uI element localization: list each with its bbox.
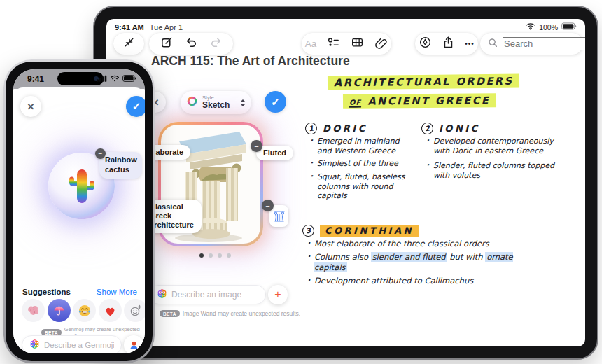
show-more-link[interactable]: Show More: [97, 288, 137, 296]
notes-heading-line2: OFANCIENT GREECE: [343, 94, 496, 107]
ipad-date: Tue Apr 1: [150, 23, 183, 31]
redo-icon[interactable]: [209, 36, 223, 52]
remove-sketch-reference-button[interactable]: −: [262, 200, 274, 211]
genmoji-sheet: ✕ ✓: [13, 88, 145, 354]
laughing-emoji[interactable]: [73, 299, 96, 322]
apple-intelligence-marketing-scene: 9:41 AM Tue Apr 1 100%: [0, 0, 602, 364]
collapse-arrows-icon: [122, 36, 136, 52]
image-wand-beta-disclaimer: BETA Image Wand may create unexpected re…: [160, 310, 300, 317]
corinthian-bullet: Development attributed to Callimachus: [307, 276, 546, 286]
iphone-status-icons: [97, 75, 136, 82]
doric-bullet: Squat, fluted, baseless columns with rou…: [310, 172, 413, 201]
iphone-genmoji-app: 9:41 ✕ ✓: [13, 69, 145, 354]
describe-genmoji-field[interactable]: [22, 335, 122, 354]
add-image-prompt-button[interactable]: +: [268, 285, 288, 304]
result-page-dots[interactable]: [189, 253, 241, 258]
checklist-icon[interactable]: [327, 36, 340, 52]
format-toolbar-group: Aa: [302, 33, 391, 55]
genmoji-close-button[interactable]: ✕: [20, 96, 41, 117]
brain-emoji[interactable]: [22, 299, 45, 322]
person-genmoji-button[interactable]: [124, 335, 144, 354]
page-dot[interactable]: [218, 253, 222, 258]
section-ionic-name: IONIC: [439, 123, 480, 134]
circled-number-3: 3: [302, 224, 316, 238]
suggestions-label: Suggestions: [22, 288, 71, 296]
doric-bullet: Simplest of the three: [310, 159, 413, 169]
umbrella-genmoji[interactable]: [48, 299, 71, 322]
apple-intelligence-icon: [157, 288, 167, 302]
remove-rainbow-cactus-tag-button[interactable]: −: [95, 148, 106, 159]
ipad-status-icons: 100%: [526, 22, 577, 31]
style-rainbow-ring-icon: [186, 95, 198, 110]
iphone-clock: 9:41: [27, 74, 44, 84]
battery-percent: 100%: [539, 23, 558, 31]
markup-pen-icon[interactable]: [419, 36, 432, 52]
corinthian-bullet: Columns also slender and fluted but with…: [307, 252, 546, 272]
genmoji-accept-button[interactable]: ✓: [126, 96, 145, 117]
circled-number-2: 2: [421, 122, 435, 136]
beta-text: Image Wand may create unexpected results…: [183, 310, 300, 317]
page-dot[interactable]: [209, 253, 213, 258]
ipad-notes-app: 9:41 AM Tue Apr 1 100%: [106, 19, 585, 346]
ionic-bullet: Slender, fluted columns topped with volu…: [426, 161, 560, 180]
undo-icon[interactable]: [185, 36, 198, 52]
style-value: Sketch: [202, 101, 236, 110]
share-icon[interactable]: [442, 36, 455, 52]
text-format-button[interactable]: Aa: [305, 38, 317, 49]
section-ionic: 2 IONIC Developed contemporaneously with…: [421, 122, 560, 184]
table-icon[interactable]: [351, 36, 364, 52]
section-corinthian: 3 CORINTHIAN Most elaborate of the three…: [302, 225, 546, 289]
collapse-toolbar-button[interactable]: [113, 33, 144, 55]
ipad-clock: 9:41 AM: [115, 23, 144, 31]
heart-emoji[interactable]: [99, 299, 122, 322]
page-dot-active[interactable]: [200, 253, 204, 258]
describe-image-input[interactable]: [172, 290, 258, 300]
describe-genmoji-input[interactable]: [44, 341, 114, 349]
cellular-icon: [97, 75, 107, 82]
section-doric: 1 DORIC Emerged in mainland and Western …: [305, 122, 413, 204]
attachment-paperclip-icon[interactable]: [374, 36, 388, 52]
rainbow-cactus-genmoji: [66, 167, 98, 206]
actions-toolbar-group: •••: [415, 33, 478, 55]
create-emoji-icon[interactable]: [124, 299, 145, 322]
style-picker[interactable]: Style Sketch: [181, 91, 251, 114]
chevron-up-down-icon: [240, 99, 246, 106]
suggestion-emoji-row: [22, 299, 145, 322]
search-icon: [487, 37, 498, 51]
battery-icon: [561, 22, 577, 31]
section-doric-name: DORIC: [323, 123, 368, 134]
remove-fluted-tag-button[interactable]: −: [251, 140, 262, 152]
battery-icon: [122, 75, 136, 82]
beta-badge: BETA: [160, 310, 180, 317]
page-dot[interactable]: [227, 253, 231, 258]
more-options-button[interactable]: •••: [465, 40, 475, 48]
search-field[interactable]: [480, 33, 583, 55]
describe-image-field[interactable]: [149, 285, 266, 304]
note-title: ARCH 115: The Art of Architecture: [151, 54, 350, 69]
iphone-device: 9:41 ✕ ✓: [4, 59, 155, 363]
iphone-bezel: 9:41 ✕ ✓: [6, 62, 153, 361]
ipad-device: 9:41 AM Tue Apr 1 100%: [93, 6, 598, 360]
section-corinthian-name: CORINTHIAN: [320, 225, 419, 236]
edit-toolbar-group: [149, 33, 233, 55]
doric-bullet: Emerged in mainland and Western Greece: [310, 136, 413, 155]
ipad-status-bar: 9:41 AM Tue Apr 1: [115, 23, 183, 31]
circled-number-1: 1: [304, 122, 318, 136]
ionic-bullet: Developed contemporaneously with Doric i…: [426, 136, 560, 155]
compose-icon[interactable]: [160, 36, 174, 52]
image-wand-accept-button[interactable]: ✓: [265, 91, 286, 113]
apple-intelligence-icon: [29, 339, 40, 352]
wifi-icon: [526, 22, 536, 31]
person-icon: [129, 340, 139, 351]
wifi-icon: [110, 75, 120, 82]
tag-rainbow-cactus[interactable]: Rainbow cactus: [99, 152, 142, 178]
search-input[interactable]: [503, 37, 585, 50]
notes-heading-line1: ARCHITECTURAL ORDERS: [328, 76, 520, 89]
corinthian-bullet: Most elaborate of the three classical or…: [307, 239, 546, 248]
